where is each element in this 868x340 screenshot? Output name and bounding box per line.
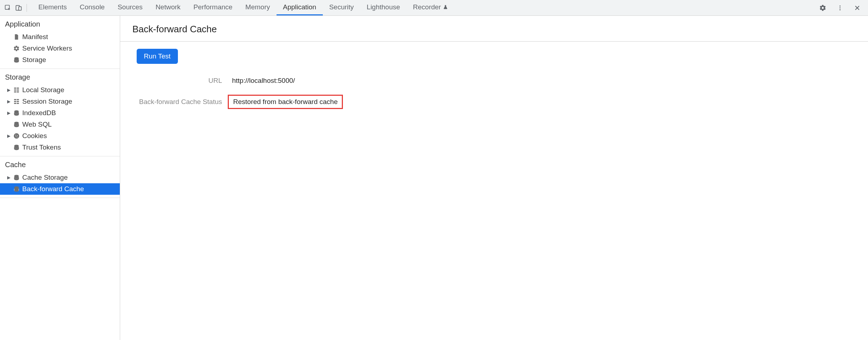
svg-rect-18	[14, 101, 16, 102]
db-icon	[13, 56, 20, 63]
tab-label: Performance	[193, 3, 232, 11]
sidebar-group: Cache▶Cache StorageBack-forward Cache	[0, 156, 120, 198]
sidebar-item-label: Cache Storage	[22, 174, 68, 181]
db-icon	[13, 185, 20, 193]
db-icon	[13, 144, 20, 151]
svg-rect-20	[14, 103, 16, 104]
sidebar-item-web-sql[interactable]: Web SQL	[0, 119, 120, 130]
svg-point-27	[15, 135, 16, 136]
sidebar-item-service-workers[interactable]: Service Workers	[0, 43, 120, 54]
sidebar-group-title: Storage	[0, 69, 120, 84]
svg-point-30	[17, 137, 18, 137]
caret-right-icon: ▶	[6, 134, 11, 138]
file-icon	[13, 33, 20, 41]
flask-icon	[443, 5, 448, 10]
sidebar-item-label: Back-forward Cache	[22, 185, 84, 193]
caret-right-icon: ▶	[6, 88, 11, 92]
toolbar-divider	[27, 4, 27, 12]
tab-label: Lighthouse	[367, 3, 400, 11]
main-area: ApplicationManifestService WorkersStorag…	[0, 16, 868, 340]
info-row: Back-forward Cache StatusRestored from b…	[137, 95, 868, 109]
svg-rect-2	[19, 6, 22, 10]
tab-label: Sources	[118, 3, 143, 11]
tab-elements[interactable]: Elements	[32, 0, 73, 15]
cookie-icon	[13, 132, 20, 140]
caret-right-icon: ▶	[6, 175, 11, 180]
svg-point-4	[840, 7, 841, 8]
sidebar-group-title: Cache	[0, 156, 120, 172]
svg-point-29	[15, 136, 16, 137]
svg-rect-15	[17, 91, 19, 93]
svg-rect-16	[14, 99, 16, 100]
info-table: URLhttp://localhost:5000/Back-forward Ca…	[137, 75, 868, 109]
devtools-tabs: ElementsConsoleSourcesNetworkPerformance…	[32, 0, 454, 15]
tab-label: Application	[283, 3, 316, 11]
close-icon[interactable]	[852, 3, 862, 13]
run-test-button[interactable]: Run Test	[137, 49, 178, 64]
sidebar-item-session-storage[interactable]: ▶Session Storage	[0, 96, 120, 107]
tab-label: Console	[80, 3, 105, 11]
sidebar-item-local-storage[interactable]: ▶Local Storage	[0, 84, 120, 96]
svg-rect-17	[17, 99, 19, 100]
sidebar-item-label: Trust Tokens	[22, 143, 61, 151]
svg-point-3	[840, 5, 841, 6]
devtools-toolbar: ElementsConsoleSourcesNetworkPerformance…	[0, 0, 868, 16]
tab-label: Recorder	[413, 3, 441, 11]
tab-network[interactable]: Network	[149, 0, 187, 15]
svg-point-26	[14, 133, 19, 139]
tab-sources[interactable]: Sources	[111, 0, 149, 15]
tab-memory[interactable]: Memory	[239, 0, 277, 15]
sidebar-item-label: Session Storage	[22, 98, 72, 105]
tab-console[interactable]: Console	[73, 0, 111, 15]
settings-icon[interactable]	[818, 3, 828, 13]
svg-rect-10	[14, 88, 16, 89]
db-icon	[13, 109, 20, 117]
sidebar-group-title: Application	[0, 16, 120, 31]
grid-icon	[13, 98, 20, 105]
gear-icon	[13, 45, 20, 52]
tab-performance[interactable]: Performance	[187, 0, 239, 15]
tab-label: Security	[329, 3, 354, 11]
db-icon	[13, 174, 20, 181]
tab-label: Memory	[245, 3, 270, 11]
sidebar-group: ApplicationManifestService WorkersStorag…	[0, 16, 120, 69]
sidebar-item-indexeddb[interactable]: ▶IndexedDB	[0, 107, 120, 119]
application-sidebar: ApplicationManifestService WorkersStorag…	[0, 16, 120, 340]
sidebar-item-label: Service Workers	[22, 44, 72, 52]
sidebar-group: Storage▶Local Storage▶Session Storage▶In…	[0, 69, 120, 156]
svg-rect-11	[17, 88, 19, 89]
svg-point-28	[17, 135, 18, 136]
grid-icon	[13, 86, 20, 94]
tab-recorder[interactable]: Recorder	[406, 0, 454, 15]
tab-lighthouse[interactable]: Lighthouse	[360, 0, 406, 15]
svg-point-5	[840, 9, 841, 10]
sidebar-item-manifest[interactable]: Manifest	[0, 31, 120, 43]
svg-rect-19	[17, 101, 19, 102]
sidebar-item-label: IndexedDB	[22, 109, 56, 117]
content-pane: Back-forward Cache Run Test URLhttp://lo…	[120, 16, 868, 340]
sidebar-item-label: Manifest	[22, 33, 48, 41]
tab-application[interactable]: Application	[277, 0, 323, 15]
tab-label: Network	[156, 3, 181, 11]
sidebar-item-back-forward-cache[interactable]: Back-forward Cache	[0, 183, 120, 195]
svg-rect-13	[17, 90, 19, 91]
tab-security[interactable]: Security	[323, 0, 360, 15]
sidebar-item-label: Local Storage	[22, 86, 64, 94]
svg-rect-14	[14, 91, 16, 93]
device-toggle-icon[interactable]	[14, 3, 24, 13]
page-title: Back-forward Cache	[120, 16, 868, 42]
info-label: Back-forward Cache Status	[137, 98, 228, 106]
more-icon[interactable]	[835, 3, 845, 13]
info-label: URL	[137, 77, 228, 85]
sidebar-item-cache-storage[interactable]: ▶Cache Storage	[0, 172, 120, 183]
sidebar-item-trust-tokens[interactable]: Trust Tokens	[0, 142, 120, 153]
sidebar-item-storage[interactable]: Storage	[0, 54, 120, 66]
tab-label: Elements	[38, 3, 67, 11]
toolbar-right	[818, 3, 865, 13]
inspect-icon[interactable]	[3, 3, 13, 13]
sidebar-item-label: Web SQL	[22, 121, 52, 128]
svg-rect-12	[14, 90, 16, 91]
sidebar-item-cookies[interactable]: ▶Cookies	[0, 130, 120, 142]
svg-rect-21	[17, 103, 19, 104]
info-value: Restored from back-forward cache	[228, 95, 343, 109]
